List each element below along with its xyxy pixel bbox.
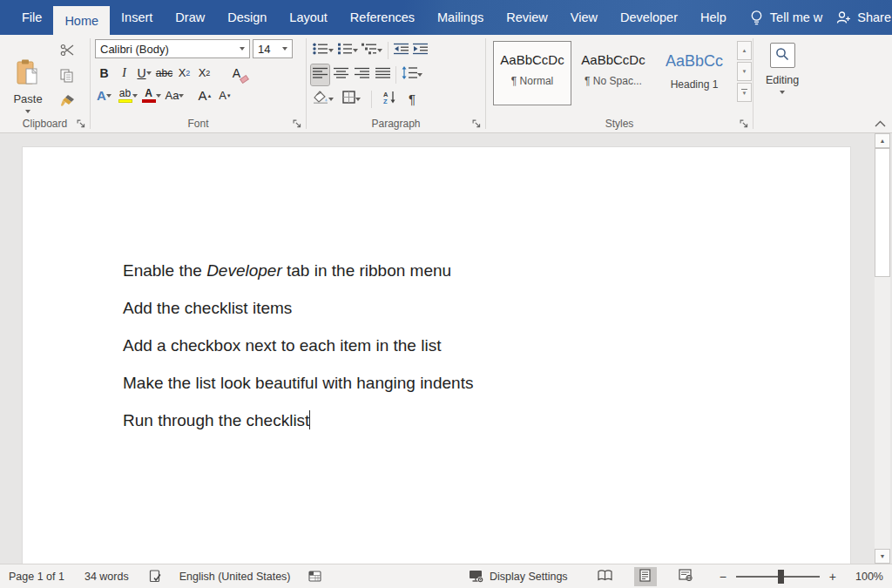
document-area: Enable the Developer tab in the ribbon m… <box>0 133 892 564</box>
tab-layout[interactable]: Layout <box>278 0 339 35</box>
document-page[interactable]: Enable the Developer tab in the ribbon m… <box>22 146 851 588</box>
language-indicator[interactable]: English (United States) <box>179 571 291 583</box>
cut-button[interactable] <box>56 41 78 63</box>
tab-mailings[interactable]: Mailings <box>426 0 495 35</box>
borders-button[interactable] <box>341 89 362 110</box>
copy-button[interactable] <box>56 66 78 88</box>
doc-line-2: Add the checklist items <box>123 289 473 327</box>
multilevel-list-button[interactable] <box>360 40 384 61</box>
doc-line-1: Enable the Developer tab in the ribbon m… <box>123 252 473 289</box>
editing-button[interactable] <box>770 43 795 68</box>
font-name-combobox[interactable]: Calibri (Body) <box>95 39 250 58</box>
style-no-spacing[interactable]: AaBbCcDc ¶ No Spac... <box>574 41 652 105</box>
tab-home[interactable]: Home <box>53 6 110 35</box>
multilevel-list-icon <box>362 43 377 58</box>
line-spacing-dropdown-arrow-icon <box>417 73 422 77</box>
editing-label: Editing <box>766 74 799 86</box>
proofing-status-icon[interactable] <box>149 570 162 583</box>
justify-button[interactable] <box>374 64 392 85</box>
tab-draw[interactable]: Draw <box>164 0 216 35</box>
increase-indent-button[interactable] <box>411 40 430 61</box>
zoom-slider-thumb[interactable] <box>778 570 784 584</box>
shading-dropdown-arrow-icon <box>328 98 334 101</box>
align-left-button[interactable] <box>311 64 329 85</box>
scroll-up-button[interactable]: ▲ <box>875 133 890 148</box>
tab-insert[interactable]: Insert <box>110 0 164 35</box>
font-color-button[interactable]: A <box>141 85 161 106</box>
bullets-button[interactable] <box>311 40 335 61</box>
shading-button[interactable] <box>311 89 335 110</box>
zoom-out-button[interactable]: − <box>718 570 728 584</box>
align-left-icon <box>313 67 328 83</box>
style-heading-1[interactable]: AaBbCc Heading 1 <box>655 41 733 105</box>
copy-icon <box>60 69 74 86</box>
scroll-down-button[interactable]: ▼ <box>875 549 890 564</box>
tab-view[interactable]: View <box>559 0 609 35</box>
ribbon: Paste <box>0 35 892 133</box>
tab-file[interactable]: File <box>10 0 53 35</box>
styles-scroll-down-button[interactable]: ▼ <box>737 62 752 81</box>
ribbon-tab-bar: File Home Insert Draw Design Layout Refe… <box>0 0 892 35</box>
print-layout-button[interactable] <box>634 567 657 586</box>
line-spacing-button[interactable] <box>400 64 424 85</box>
font-dialog-launcher[interactable] <box>292 118 302 129</box>
font-size-combobox[interactable]: 14 <box>253 39 293 58</box>
underline-glyph: U <box>137 66 145 80</box>
shrink-font-button[interactable]: A▼ <box>215 85 235 106</box>
web-layout-button[interactable] <box>674 567 697 586</box>
zoom-level[interactable]: 100% <box>848 571 883 583</box>
styles-dialog-launcher[interactable] <box>739 118 749 129</box>
display-settings-button[interactable]: Display Settings <box>490 571 568 583</box>
strikethrough-button[interactable]: abc <box>154 63 174 84</box>
styles-scroll-up-button[interactable]: ▲ <box>737 41 752 60</box>
zoom-in-button[interactable]: + <box>828 570 838 584</box>
tab-references[interactable]: References <box>339 0 426 35</box>
text-effects-button[interactable]: A <box>94 85 114 106</box>
scrollbar-thumb[interactable] <box>875 148 890 277</box>
tab-developer[interactable]: Developer <box>609 0 689 35</box>
paragraph-dialog-launcher[interactable] <box>471 118 482 129</box>
read-mode-button[interactable] <box>594 567 617 586</box>
show-formatting-marks-button[interactable]: ¶ <box>407 89 417 110</box>
collapse-ribbon-button[interactable] <box>873 118 887 128</box>
tab-review[interactable]: Review <box>495 0 559 35</box>
doc-line-4: Make the list look beautiful with hangin… <box>123 364 473 402</box>
superscript-button[interactable]: X2 <box>194 63 214 84</box>
underline-button[interactable]: U <box>134 63 154 84</box>
share-button[interactable]: Share <box>836 10 891 25</box>
format-painter-button[interactable] <box>56 91 78 113</box>
editing-group: Editing <box>753 35 811 132</box>
change-case-button[interactable]: Aa <box>165 85 185 106</box>
more-styles-icon: ▼ <box>742 91 747 96</box>
clear-formatting-button[interactable]: A <box>226 63 247 84</box>
tell-me-box[interactable]: Tell me w <box>750 10 822 26</box>
numbering-button[interactable] <box>335 40 360 61</box>
increase-indent-icon <box>413 43 429 58</box>
zoom-slider[interactable] <box>736 576 820 578</box>
tab-help[interactable]: Help <box>689 0 738 35</box>
clipboard-dialog-launcher[interactable] <box>76 118 86 129</box>
page-indicator[interactable]: Page 1 of 1 <box>9 571 64 583</box>
grow-font-button[interactable]: A▲ <box>195 85 215 106</box>
underline-dropdown-arrow-icon <box>146 71 152 75</box>
subscript-button[interactable]: X2 <box>174 63 194 84</box>
macro-recording-icon[interactable] <box>308 571 321 582</box>
tell-me-label: Tell me w <box>770 10 822 24</box>
style-normal[interactable]: AaBbCcDc ¶ Normal <box>493 41 571 105</box>
tab-design[interactable]: Design <box>216 0 278 35</box>
sort-button[interactable]: AZ <box>381 89 398 110</box>
align-center-button[interactable] <box>332 64 350 85</box>
paste-label: Paste <box>13 92 42 105</box>
italic-button[interactable]: I <box>114 63 134 84</box>
share-person-icon <box>836 10 851 25</box>
pilcrow-icon: ¶ <box>409 91 416 106</box>
align-right-button[interactable] <box>353 64 371 85</box>
text-highlight-button[interactable]: ab <box>118 85 138 106</box>
vertical-scrollbar[interactable]: ▲ ▼ <box>875 133 890 564</box>
shrink-font-glyph: A <box>219 89 226 102</box>
more-styles-button[interactable]: ▼ <box>737 83 752 102</box>
bold-button[interactable]: B <box>94 63 114 84</box>
decrease-indent-button[interactable] <box>392 40 411 61</box>
font-group-label: Font <box>91 118 306 130</box>
word-count[interactable]: 34 words <box>84 571 129 583</box>
